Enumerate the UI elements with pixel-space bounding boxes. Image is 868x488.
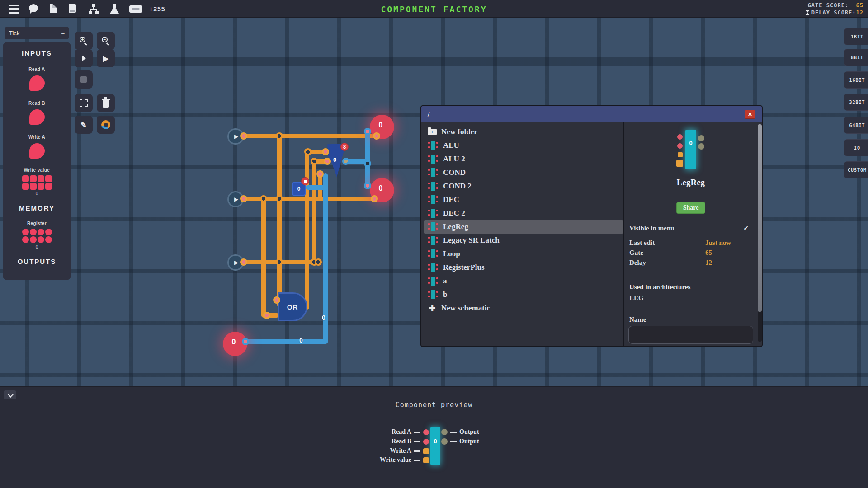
wire-value-label: 0	[299, 337, 303, 344]
list-item-legacy-sr-latch[interactable]: Legacy SR Latch	[424, 234, 623, 247]
delete-button[interactable]	[97, 94, 115, 112]
palette-item-read-a[interactable]	[29, 75, 45, 91]
palette-item-read-b[interactable]	[29, 109, 45, 125]
list-item-dec-2[interactable]: DEC 2	[424, 206, 623, 220]
wire-orange-v3[interactable]	[305, 150, 309, 310]
tab-8bit[interactable]: 8BIT	[844, 49, 868, 66]
list-item-a[interactable]: a	[424, 274, 623, 288]
dialog-titlebar[interactable]: / ✕	[421, 106, 762, 122]
list-item-alu-2[interactable]: ALU 2	[424, 152, 623, 166]
wire-blue-h3[interactable]	[306, 185, 328, 190]
zoom-out-button[interactable]: −	[97, 32, 115, 50]
tab-custom[interactable]: CUSTOM	[844, 161, 868, 178]
port-connector	[414, 460, 420, 461]
dialog-scrollbar[interactable]	[758, 124, 762, 342]
list-item-label: Loop	[443, 249, 460, 258]
list-item-label: DEC 2	[443, 209, 465, 218]
port-label: Write A	[326, 447, 411, 455]
zoom-in-button[interactable]: +	[75, 32, 93, 50]
tab-32bit[interactable]: 32BIT	[844, 94, 868, 111]
tick-dropdown[interactable]: Tick –	[5, 27, 69, 39]
component-palette: INPUTS Read A Read B Write A Write value…	[3, 42, 71, 280]
wire-blue-v1[interactable]	[365, 130, 370, 188]
component-badge-icon	[301, 177, 309, 185]
component-icon	[428, 168, 439, 178]
wire-orange-v1[interactable]	[277, 134, 282, 307]
used-in-architectures-heading: Used in architectures	[629, 283, 690, 291]
stop-icon	[80, 76, 87, 83]
delay-row: Delay 12	[629, 259, 750, 268]
wire-junction	[311, 158, 318, 165]
list-item-b[interactable]: b	[424, 288, 623, 301]
schematic-browser-dialog: / ✕ + New folder ALU ALU 2 COND COND 2 D…	[420, 105, 763, 347]
port-label: Write value	[326, 456, 411, 464]
step-icon	[82, 55, 86, 61]
list-item-loop[interactable]: Loop	[424, 247, 623, 261]
tab-1bit[interactable]: 1BIT	[844, 28, 868, 45]
name-input[interactable]	[628, 326, 753, 344]
outputs-heading: OUTPUTS	[18, 258, 57, 265]
list-item-dec[interactable]: DEC	[424, 193, 623, 206]
stop-button[interactable]	[75, 70, 93, 89]
play-icon: ▶	[103, 54, 108, 63]
palette-item-label: Write value	[24, 168, 50, 173]
list-item-label: New schematic	[441, 304, 490, 313]
wire-blue-h2[interactable]	[244, 339, 328, 344]
select-tool-button[interactable]	[75, 94, 93, 112]
palette-item-write-a[interactable]	[29, 143, 45, 159]
step-button[interactable]	[75, 49, 93, 67]
inputs-heading: INPUTS	[22, 49, 52, 57]
scrollbar-thumb[interactable]	[758, 124, 762, 312]
component-value: 0	[685, 140, 696, 146]
port-dot-word	[423, 448, 429, 454]
list-item-cond-2[interactable]: COND 2	[424, 179, 623, 193]
wire-orange-h1[interactable]	[241, 134, 377, 138]
component-icon	[428, 290, 439, 300]
port-dot-word	[423, 457, 429, 463]
play-button[interactable]: ▶	[97, 49, 115, 67]
edit-button[interactable]: ✎	[75, 116, 93, 134]
port-label: Output	[459, 438, 479, 445]
or-gate[interactable]: OR	[278, 292, 307, 321]
list-item-cond[interactable]: COND	[424, 166, 623, 179]
wire-cap	[273, 296, 280, 304]
list-item-new-folder[interactable]: + New folder	[424, 125, 623, 139]
share-button[interactable]: Share	[676, 202, 705, 214]
wire-orange-v2[interactable]	[261, 197, 266, 318]
donut-icon	[101, 120, 110, 129]
close-button[interactable]: ✕	[745, 110, 755, 119]
gate-row: Gate 65	[629, 249, 750, 258]
list-item-registerplus[interactable]: RegisterPlus	[424, 261, 623, 274]
palette-item-register[interactable]	[22, 229, 52, 243]
gate-score: GATE SCORE: 65	[808, 2, 863, 9]
wire-cap	[364, 128, 371, 135]
list-item-alu[interactable]: ALU	[424, 139, 623, 152]
delay-label: Delay	[629, 259, 646, 266]
list-item-legreg-selected[interactable]: LegReg	[424, 220, 623, 234]
visible-in-menu-row: Visible in menu ✓	[629, 225, 750, 234]
wire-cap	[322, 148, 329, 155]
hole-tool-button[interactable]	[97, 116, 115, 134]
tab-16bit[interactable]: 16BIT	[844, 71, 868, 89]
wire-junction	[276, 132, 283, 140]
wire-orange-v4[interactable]	[312, 159, 316, 264]
wire-junction	[276, 258, 283, 266]
component-icon	[428, 235, 439, 245]
folder-plus-icon: +	[428, 129, 437, 135]
breadcrumb: /	[428, 110, 429, 118]
wire-cap	[324, 158, 331, 165]
palette-item-write-value[interactable]	[22, 175, 52, 190]
collapse-panel-button[interactable]	[4, 390, 16, 399]
pin-output-dot	[240, 195, 247, 202]
port-label: Read A	[326, 428, 411, 436]
wire-cap	[242, 338, 249, 345]
component-icon	[428, 249, 439, 259]
tab-64bit[interactable]: 64BIT	[844, 117, 868, 134]
wire-junction	[260, 195, 267, 202]
list-item-new-schematic[interactable]: ✚ New schematic	[424, 301, 623, 315]
name-field-label: Name	[629, 316, 646, 324]
tab-io[interactable]: IO	[844, 139, 868, 156]
wire-cap	[373, 132, 380, 140]
list-item-label: DEC	[443, 195, 459, 204]
visible-checkbox[interactable]: ✓	[743, 225, 749, 232]
